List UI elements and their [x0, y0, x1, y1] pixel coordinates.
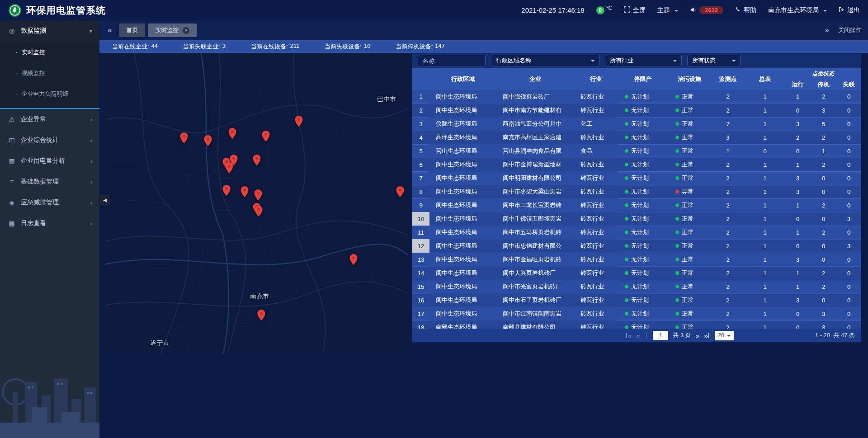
sidebar-group-4[interactable]: ≡ 基础数据管理 ‹: [0, 171, 99, 192]
cell-facility-status: 正常: [668, 293, 711, 307]
table-row-10[interactable]: 10 阆中生态环境局 阆中千佛镇五郎垭页岩 砖瓦行业 无计划 正常 2 1 0 …: [412, 212, 861, 226]
cell-industry: 砖瓦行业: [574, 239, 618, 253]
sidebar-item-0-0[interactable]: ▪ 实时监控: [0, 42, 99, 63]
cell-meter-count: 1: [745, 226, 785, 239]
name-filter-input[interactable]: [418, 55, 486, 66]
cell-stop-count: 3: [811, 307, 836, 320]
map-canvas[interactable]: 巴中市南充市遂宁市: [105, 53, 408, 353]
table-row-6[interactable]: 6 阆中生态环境局 阆中市金博瑞新型墙材 砖瓦行业 无计划 正常 2 1 1 2…: [412, 158, 861, 171]
cell-meter-count: 1: [745, 131, 785, 144]
close-operations-button[interactable]: 关闭操作: [838, 26, 862, 34]
chevron-left-icon: ‹: [90, 116, 92, 123]
fullscreen-button[interactable]: 全屏: [624, 6, 646, 14]
collapse-panel-button[interactable]: ◀: [100, 194, 110, 206]
prev-page-button[interactable]: «: [636, 332, 640, 339]
map-pin-8[interactable]: [253, 155, 261, 166]
sidebar-group-0[interactable]: ◎ 数据监测 ▾: [0, 20, 99, 41]
cell-run-count: 3: [785, 293, 811, 307]
map-pin-1[interactable]: [204, 135, 212, 146]
row-index: 5: [412, 144, 429, 158]
speaker-icon: [690, 6, 697, 14]
chevron-down-icon: ▾: [89, 28, 92, 34]
table-row-14[interactable]: 14 阆中生态环境局 阆中大兴页岩机砖厂 砖瓦行业 无计划 正常 2 1 1 2…: [412, 266, 861, 280]
table-row-13[interactable]: 13 阆中生态环境局 阆中市金福旺页岩机砖 砖瓦行业 无计划 正常 2 1 3 …: [412, 253, 861, 266]
table-row-2[interactable]: 2 阆中生态环境局 阆中市南方节能建材有 砖瓦行业 无计划 正常 2 1 0 3…: [412, 104, 861, 117]
table-row-18[interactable]: 18 南部生态环境局 南部县建材有限公司 砖瓦行业 无计划 正常 2 1 0 3…: [412, 320, 861, 329]
close-tab-icon[interactable]: ✕: [183, 27, 189, 34]
tabs-scroll-right-button[interactable]: »: [823, 26, 831, 35]
cell-company: 阆中市枣碧大梁山页岩: [496, 185, 574, 198]
map-pin-14[interactable]: [396, 186, 404, 198]
cell-monitor-count: 2: [711, 266, 745, 280]
sidebar-item-0-2[interactable]: ▪ 企业电力负荷明细: [0, 84, 99, 104]
theme-dropdown[interactable]: 主题: [657, 6, 678, 14]
tab-realtime-monitor[interactable]: 实时监控 ✕: [148, 24, 197, 37]
page-number-input[interactable]: [653, 331, 668, 340]
cell-lost-count: 0: [836, 280, 861, 293]
sidebar-group-2[interactable]: ◫ 企业综合统计 ‹: [0, 130, 99, 151]
cell-facility-status: 正常: [668, 104, 711, 117]
map-pin-16[interactable]: [257, 310, 265, 321]
map-pin-11[interactable]: [254, 189, 262, 201]
region-filter-select[interactable]: 行政区域名称: [491, 55, 599, 66]
table-row-16[interactable]: 16 阆中生态环境局 阆中市石子页岩机砖厂 砖瓦行业 无计划 正常 2 1 3 …: [412, 293, 861, 307]
table-row-5[interactable]: 5 营山生态环境局 营山县润丰肉食品有限 食品 无计划 正常 1 0 0 1 0: [412, 144, 861, 158]
map-pin-0[interactable]: [180, 132, 188, 144]
table-row-7[interactable]: 7 阆中生态环境局 阆中明阳建材有限公司 砖瓦行业 无计划 正常 2 1 3 0…: [412, 171, 861, 185]
sidebar-item-0-1[interactable]: ▪ 视频监控: [0, 63, 99, 84]
chevron-left-icon: ‹: [90, 179, 92, 185]
map-pin-15[interactable]: [349, 254, 358, 265]
stat-item: 当前在线企业:44: [112, 42, 158, 51]
map-pin-3[interactable]: [262, 131, 270, 142]
chart-icon: ▦: [7, 157, 16, 165]
cell-limit-status: 无计划: [618, 104, 668, 117]
sidebar-group-3[interactable]: ▦ 企业用电量分析 ‹: [0, 151, 99, 171]
cell-lost-count: 0: [836, 104, 861, 117]
map-city-label: 巴中市: [377, 95, 396, 104]
status-dot-icon: [675, 231, 679, 234]
cell-facility-status: 正常: [668, 253, 711, 266]
table-row-3[interactable]: 3 仪陇生态环境局 西南油气田分公司川中 化工 无计划 正常 7 1 3 5 0: [412, 117, 861, 131]
status-dot-icon: [675, 163, 679, 166]
status-filter-select[interactable]: 所有状态: [687, 55, 741, 66]
map-pin-13[interactable]: [255, 206, 263, 217]
cell-run-count: 0: [785, 239, 811, 253]
table-row-1[interactable]: 1 阆中生态环境局 阆中强锐页岩砖厂 砖瓦行业 无计划 正常 2 1 1 2 0: [412, 90, 861, 104]
page-size-select[interactable]: 20: [715, 331, 733, 340]
cell-industry: 砖瓦行业: [574, 104, 618, 117]
cell-limit-status: 无计划: [618, 198, 668, 212]
sidebar-group-6[interactable]: ▤ 日志查看 ‹: [0, 213, 99, 234]
logout-button[interactable]: 退出: [839, 6, 860, 14]
row-index: 2: [412, 104, 429, 117]
row-index: 12: [412, 239, 429, 253]
map-pin-4[interactable]: [295, 116, 303, 127]
tab-home[interactable]: 首页: [119, 24, 145, 37]
status-dot-icon: [675, 203, 679, 207]
last-page-button[interactable]: »: [704, 332, 710, 339]
first-page-button[interactable]: «: [625, 332, 632, 339]
cell-region: 阆中生态环境局: [429, 185, 496, 198]
map-pin-10[interactable]: [241, 186, 249, 198]
chevron-down-icon: [727, 335, 731, 339]
cell-stop-count: 0: [811, 239, 836, 253]
table-row-4[interactable]: 4 高坪生态环境局 南充市高坪区王家店建 砖瓦行业 无计划 正常 3 1 2 2…: [412, 131, 861, 144]
alarm-indicator[interactable]: 2632: [690, 6, 723, 14]
sidebar-group-5[interactable]: ◈ 应急减排管理 ‹: [0, 192, 99, 213]
industry-filter-select[interactable]: 所有行业: [605, 55, 682, 66]
sidebar-group-1[interactable]: ⚠ 企业异常 ‹: [0, 109, 99, 130]
tabs-scroll-left-button[interactable]: «: [106, 26, 113, 35]
cell-meter-count: 1: [745, 171, 785, 185]
table-row-9[interactable]: 9 阆中生态环境局 阆中市二龙长宝页岩砖 砖瓦行业 无计划 正常 2 1 1 2…: [412, 198, 861, 212]
help-button[interactable]: 帮助: [735, 6, 756, 14]
next-page-button[interactable]: »: [696, 332, 699, 339]
map-pin-2[interactable]: [228, 128, 236, 139]
table-row-17[interactable]: 17 阆中生态环境局 阆中市江南镇阆南页岩 砖瓦行业 无计划 正常 2 1 0 …: [412, 307, 861, 320]
table-row-11[interactable]: 11 阆中生态环境局 阆中市五马桥页岩机砖 砖瓦行业 无计划 正常 2 1 1 …: [412, 226, 861, 239]
table-row-12[interactable]: 12 阆中生态环境局 阆中市忠信建材有限公 砖瓦行业 无计划 正常 2 1 0 …: [412, 239, 861, 253]
org-dropdown[interactable]: 南充市生态环境局: [768, 6, 827, 14]
map-pin-9[interactable]: [222, 185, 231, 196]
table-row-8[interactable]: 8 阆中生态环境局 阆中市枣碧大梁山页岩 砖瓦行业 无计划 异常 2 1 3 0…: [412, 185, 861, 198]
table-row-15[interactable]: 15 阆中生态环境局 阆中市光富页岩机砖厂 砖瓦行业 无计划 正常 2 1 1 …: [412, 280, 861, 293]
cell-lost-count: 0: [836, 117, 861, 131]
map-pin-7[interactable]: [225, 162, 233, 174]
